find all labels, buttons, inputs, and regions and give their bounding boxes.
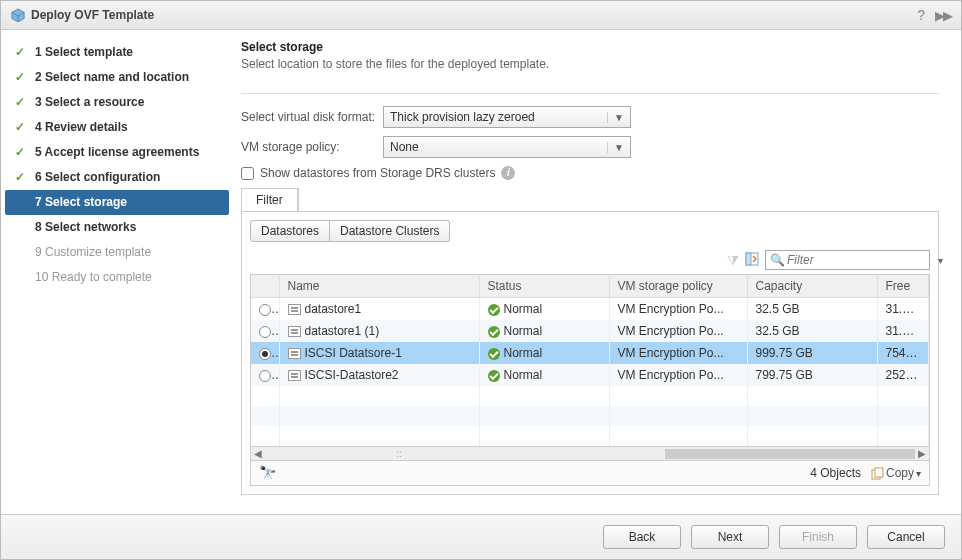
- row-name: datastore1: [305, 302, 362, 316]
- filter-search-box[interactable]: 🔍 ▾: [765, 250, 930, 270]
- row-capacity: 799.75 GB: [756, 368, 813, 382]
- row-free: 252.83 GB: [886, 368, 929, 382]
- wizard-step-8: ✓8 Select networks: [1, 215, 233, 240]
- titlebar: Deploy OVF Template ? ▶▶: [1, 1, 961, 30]
- col-capacity-header[interactable]: Capacity: [747, 275, 877, 298]
- check-icon: ✓: [13, 70, 27, 84]
- filter-panel: Datastores Datastore Clusters ⧩ 🔍 ▾: [241, 211, 939, 495]
- datastore-table: Name Status VM storage policy Capacity F…: [250, 274, 930, 461]
- check-icon: ✓: [13, 220, 27, 234]
- chevron-down-icon: ▼: [607, 142, 624, 153]
- subtab-datastore-clusters[interactable]: Datastore Clusters: [330, 220, 450, 242]
- step-label: 9 Customize template: [35, 245, 151, 259]
- col-status-header[interactable]: Status: [479, 275, 609, 298]
- scroll-right-arrow[interactable]: ▶: [915, 448, 929, 459]
- step-label: 5 Accept license agreements: [35, 145, 199, 159]
- wizard-sidebar: ✓1 Select template✓2 Select name and loc…: [1, 30, 233, 514]
- copy-button[interactable]: Copy ▾: [871, 466, 921, 480]
- table-footer: 🔭 4 Objects Copy ▾: [250, 461, 930, 486]
- check-icon: ✓: [13, 120, 27, 134]
- cancel-button[interactable]: Cancel: [867, 525, 945, 549]
- check-icon: ✓: [13, 245, 27, 259]
- table-row[interactable]: ISCSI Datatsore-1NormalVM Encryption Po.…: [251, 342, 929, 364]
- wizard-step-4[interactable]: ✓4 Review details: [1, 115, 233, 140]
- button-bar: Back Next Finish Cancel: [1, 514, 961, 559]
- info-icon[interactable]: i: [501, 166, 515, 180]
- chevron-down-icon: ▼: [607, 112, 624, 123]
- vm-policy-label: VM storage policy:: [241, 140, 383, 154]
- row-status: Normal: [504, 368, 543, 382]
- filter-input[interactable]: [787, 253, 938, 267]
- row-capacity: 32.5 GB: [756, 302, 800, 316]
- expand-icon[interactable]: ▶▶: [935, 8, 951, 23]
- empty-row: [251, 406, 929, 426]
- help-icon[interactable]: ?: [917, 7, 925, 23]
- status-ok-icon: [488, 348, 500, 360]
- row-policy: VM Encryption Po...: [618, 346, 724, 360]
- subtab-datastores[interactable]: Datastores: [250, 220, 330, 242]
- status-ok-icon: [488, 304, 500, 316]
- row-radio[interactable]: [259, 304, 271, 316]
- wizard-step-7[interactable]: ✓7 Select storage: [5, 190, 229, 215]
- col-policy-header[interactable]: VM storage policy: [609, 275, 747, 298]
- check-icon: ✓: [13, 270, 27, 284]
- next-button[interactable]: Next: [691, 525, 769, 549]
- wizard-step-6[interactable]: ✓6 Select configuration: [1, 165, 233, 190]
- step-label: 4 Review details: [35, 120, 128, 134]
- wizard-step-1[interactable]: ✓1 Select template: [1, 40, 233, 65]
- datastore-icon: [288, 326, 301, 337]
- filter-funnel-icon[interactable]: ⧩: [727, 252, 739, 269]
- horizontal-scrollbar[interactable]: ◀ :: ▶: [251, 446, 929, 460]
- tab-filter[interactable]: Filter: [242, 189, 298, 211]
- wizard-step-5[interactable]: ✓5 Accept license agreements: [1, 140, 233, 165]
- scroll-thumb[interactable]: [665, 449, 915, 459]
- column-resize-grip[interactable]: ::: [396, 448, 402, 459]
- row-radio[interactable]: [259, 326, 271, 338]
- step-label: 8 Select networks: [35, 220, 136, 234]
- scroll-left-arrow[interactable]: ◀: [251, 448, 265, 459]
- main-panel: Select storage Select location to store …: [233, 30, 961, 514]
- step-label: 1 Select template: [35, 45, 133, 59]
- table-row[interactable]: datastore1NormalVM Encryption Po...32.5 …: [251, 298, 929, 321]
- disk-format-dropdown[interactable]: Thick provision lazy zeroed ▼: [383, 106, 631, 128]
- table-row[interactable]: datastore1 (1)NormalVM Encryption Po...3…: [251, 320, 929, 342]
- datastore-icon: [288, 348, 301, 359]
- wizard-step-9: ✓9 Customize template: [1, 240, 233, 265]
- column-toggle-icon[interactable]: [745, 252, 759, 269]
- drs-checkbox[interactable]: [241, 167, 254, 180]
- row-policy: VM Encryption Po...: [618, 302, 724, 316]
- row-free: 754.39 GB: [886, 346, 929, 360]
- check-icon: ✓: [13, 95, 27, 109]
- wizard-step-3[interactable]: ✓3 Select a resource: [1, 90, 233, 115]
- datastore-icon: [288, 304, 301, 315]
- empty-row: [251, 426, 929, 446]
- svg-rect-3: [746, 253, 751, 265]
- row-capacity: 999.75 GB: [756, 346, 813, 360]
- back-button[interactable]: Back: [603, 525, 681, 549]
- filter-tab-strip: Filter: [241, 188, 299, 211]
- status-ok-icon: [488, 370, 500, 382]
- col-radio-header: [251, 275, 279, 298]
- check-icon: ✓: [13, 195, 27, 209]
- empty-row: [251, 386, 929, 406]
- dialog-title: Deploy OVF Template: [31, 8, 911, 22]
- disk-format-label: Select virtual disk format:: [241, 110, 383, 124]
- row-radio[interactable]: [259, 370, 271, 382]
- row-status: Normal: [504, 302, 543, 316]
- col-free-header[interactable]: Free: [877, 275, 929, 298]
- step-label: 7 Select storage: [35, 195, 127, 209]
- row-status: Normal: [504, 324, 543, 338]
- row-radio[interactable]: [259, 348, 271, 360]
- vm-policy-value: None: [390, 140, 419, 154]
- binoculars-icon[interactable]: 🔭: [259, 465, 276, 481]
- col-name-header[interactable]: Name: [279, 275, 479, 298]
- table-row[interactable]: ISCSI-Datastore2NormalVM Encryption Po..…: [251, 364, 929, 386]
- row-name: ISCSI-Datastore2: [305, 368, 399, 382]
- wizard-step-2[interactable]: ✓2 Select name and location: [1, 65, 233, 90]
- ovf-cube-icon: [11, 8, 25, 22]
- row-name: ISCSI Datatsore-1: [305, 346, 402, 360]
- vm-policy-dropdown[interactable]: None ▼: [383, 136, 631, 158]
- row-capacity: 32.5 GB: [756, 324, 800, 338]
- object-count: 4 Objects: [810, 466, 861, 480]
- drs-checkbox-label: Show datastores from Storage DRS cluster…: [260, 166, 495, 180]
